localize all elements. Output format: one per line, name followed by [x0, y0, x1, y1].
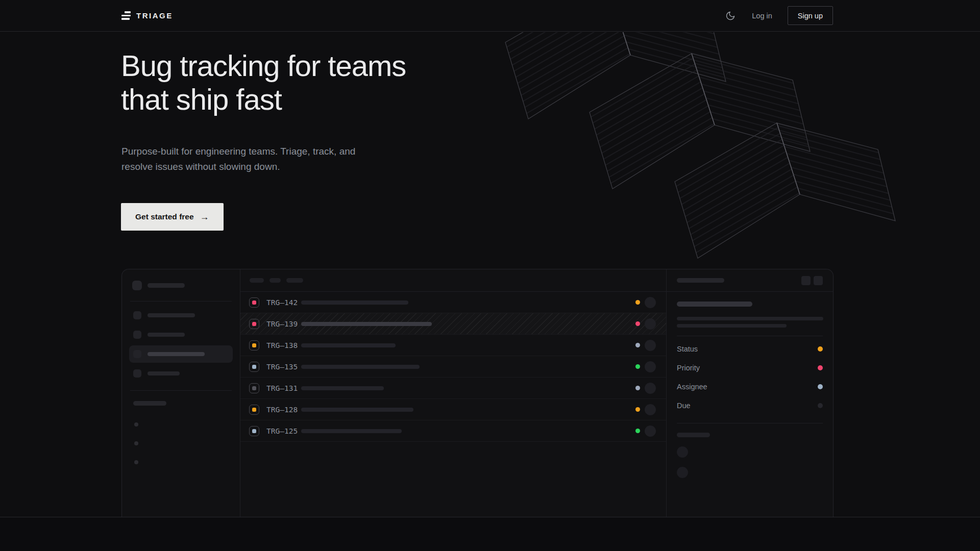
sidebar-item-icon	[133, 331, 141, 339]
list-filter-pill[interactable]	[270, 278, 281, 283]
arrow-right-icon: →	[200, 212, 209, 222]
triage-logo-icon	[121, 11, 131, 20]
login-link[interactable]: Log in	[752, 12, 772, 20]
issue-row[interactable]: TRG–125	[240, 420, 666, 442]
workspace-switcher[interactable]	[129, 281, 233, 290]
brand-name: TRIAGE	[136, 11, 173, 20]
panel-field-dot	[818, 403, 823, 408]
detail-panel-header	[667, 269, 833, 292]
issue-list-panel: TRG–142TRG–139TRG–138TRG–135TRG–131TRG–1…	[240, 269, 667, 517]
issue-type-icon	[249, 319, 259, 329]
landing-page: TRIAGE Log in Sign up	[0, 0, 980, 551]
assignee-avatar	[645, 318, 656, 330]
divider	[130, 390, 232, 391]
sidebar-item-icon	[133, 369, 141, 378]
list-filter-pill[interactable]	[250, 278, 264, 283]
mockup-sidebar	[122, 269, 240, 517]
issue-type-icon	[249, 426, 259, 436]
issue-type-icon	[249, 383, 259, 393]
footer-section	[0, 517, 980, 551]
issue-row[interactable]: TRG–139	[240, 313, 666, 335]
panel-action-button[interactable]	[814, 276, 823, 285]
divider	[130, 301, 232, 302]
assignee-avatar	[645, 404, 656, 415]
skeleton-bar	[148, 283, 185, 288]
panel-field-row[interactable]: Assignee	[677, 377, 823, 396]
wireframe-graphic	[485, 32, 909, 262]
skeleton-title	[677, 302, 752, 307]
issue-id: TRG–142	[266, 298, 301, 307]
skeleton-bar	[148, 333, 185, 337]
issue-row[interactable]: TRG–131	[240, 378, 666, 399]
nav-actions: Log in Sign up	[724, 6, 833, 25]
issue-row[interactable]: TRG–128	[240, 399, 666, 420]
issue-title-skeleton	[301, 365, 420, 369]
issue-detail-panel: StatusPriorityAssigneeDue	[667, 269, 833, 517]
skeleton-bar	[148, 352, 205, 356]
sidebar-skeleton-item[interactable]	[129, 306, 233, 325]
issue-status-dot	[635, 429, 640, 433]
skeleton-bar	[677, 433, 710, 437]
list-filter-pill[interactable]	[286, 278, 303, 283]
panel-field-row[interactable]: Status	[677, 339, 823, 358]
assignee-avatar	[645, 340, 656, 351]
skeleton-bar	[677, 278, 724, 283]
workspace-icon	[132, 281, 142, 290]
panel-field-row[interactable]: Due	[677, 396, 823, 415]
sidebar-skeleton-dot	[134, 460, 138, 464]
issue-id: TRG–128	[266, 406, 301, 414]
sidebar-item-icon	[133, 350, 141, 358]
issue-list-header	[240, 269, 666, 292]
sidebar-item-icon	[133, 311, 141, 319]
sidebar-skeleton-item[interactable]	[129, 364, 233, 383]
panel-field-dot	[818, 346, 823, 352]
issue-title-skeleton	[301, 300, 408, 305]
panel-action-button[interactable]	[801, 276, 811, 285]
panel-field-label: Due	[677, 402, 691, 410]
brand-logo[interactable]: TRIAGE	[121, 11, 173, 20]
skeleton-bar	[148, 371, 180, 375]
panel-actions	[801, 276, 823, 285]
skeleton-bar	[148, 313, 195, 317]
comment-avatar	[677, 467, 688, 478]
sidebar-skeleton-dot	[134, 441, 138, 445]
detail-panel-body: StatusPriorityAssigneeDue	[667, 292, 833, 478]
issue-status-dot	[635, 364, 640, 369]
skeleton-line	[677, 317, 823, 320]
divider	[677, 423, 823, 423]
assignee-avatar	[645, 297, 656, 308]
issue-title-skeleton	[301, 408, 413, 412]
issue-row[interactable]: TRG–135	[240, 356, 666, 378]
issue-type-icon	[249, 405, 259, 415]
issue-id: TRG–138	[266, 341, 301, 349]
comment-avatar	[677, 446, 688, 458]
issue-row[interactable]: TRG–142	[240, 292, 666, 313]
issue-title-skeleton	[301, 343, 396, 347]
issue-title-skeleton	[301, 322, 432, 326]
skeleton-section-label	[133, 401, 166, 406]
hero-title: Bug tracking for teams that ship fast	[121, 49, 406, 116]
signup-button[interactable]: Sign up	[788, 6, 833, 25]
panel-field-label: Assignee	[677, 383, 707, 391]
issue-type-icon	[249, 362, 259, 372]
assignee-avatar	[645, 425, 656, 437]
hero-subtitle: Purpose-built for engineering teams. Tri…	[121, 144, 355, 174]
issue-type-icon	[249, 340, 259, 350]
issue-status-dot	[635, 386, 640, 390]
issue-row[interactable]: TRG–138	[240, 335, 666, 356]
panel-field-row[interactable]: Priority	[677, 358, 823, 377]
assignee-avatar	[645, 383, 656, 394]
theme-toggle-button[interactable]	[724, 10, 737, 22]
issue-title-skeleton	[301, 429, 402, 433]
top-navbar: TRIAGE Log in Sign up	[0, 0, 980, 32]
sidebar-skeleton-item[interactable]	[129, 345, 233, 363]
issue-id: TRG–131	[266, 384, 301, 392]
issue-id: TRG–125	[266, 427, 301, 435]
issue-status-dot	[635, 343, 640, 347]
sidebar-skeleton-item[interactable]	[129, 325, 233, 344]
get-started-button[interactable]: Get started free →	[121, 203, 224, 231]
issue-status-dot	[635, 300, 640, 305]
issue-status-dot	[635, 321, 640, 326]
sidebar-skeleton-dot	[134, 422, 138, 427]
panel-field-dot	[818, 384, 823, 389]
